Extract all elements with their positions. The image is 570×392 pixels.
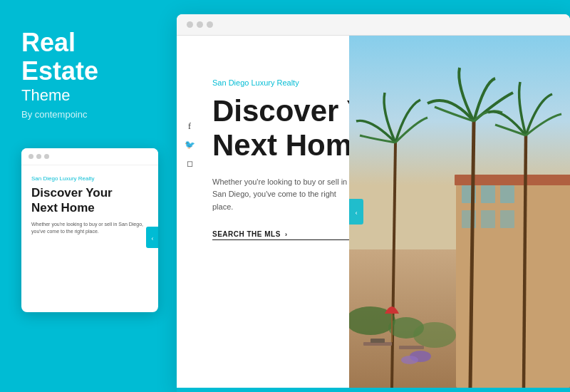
brand-by: By contempoinc bbox=[21, 109, 155, 120]
mobile-site-name: San Diego Luxury Realty bbox=[31, 175, 148, 182]
svg-rect-18 bbox=[399, 346, 424, 349]
browser-dot-1 bbox=[187, 21, 193, 28]
scene-svg bbox=[349, 36, 570, 388]
website-main-content: San Diego Luxury Realty Discover Your Ne… bbox=[202, 36, 570, 388]
svg-rect-5 bbox=[500, 185, 514, 203]
browser-dot-3 bbox=[207, 21, 213, 28]
property-image-bg bbox=[349, 36, 570, 388]
svg-rect-8 bbox=[500, 210, 514, 228]
browser-titlebar bbox=[177, 14, 570, 36]
brand-block: Real Estate Theme By contempoinc bbox=[21, 29, 155, 120]
dot-3 bbox=[44, 154, 49, 159]
mobile-description: Whether you're looking to buy or sell in… bbox=[31, 221, 148, 235]
mobile-titlebar bbox=[21, 148, 158, 165]
facebook-icon[interactable]: f bbox=[185, 121, 195, 131]
mobile-content: San Diego Luxury Realty Discover Your Ne… bbox=[21, 165, 158, 309]
mobile-mockup: San Diego Luxury Realty Discover Your Ne… bbox=[21, 148, 158, 312]
svg-point-21 bbox=[401, 356, 418, 364]
svg-rect-17 bbox=[370, 339, 385, 343]
dot-1 bbox=[28, 154, 33, 159]
svg-point-15 bbox=[413, 322, 456, 348]
mobile-heading: Discover Your Next Home bbox=[31, 186, 148, 215]
browser-panel: f 🐦 ◻ San Diego Luxury Realty Discover Y… bbox=[177, 14, 570, 392]
svg-line-12 bbox=[524, 135, 526, 388]
instagram-icon[interactable]: ◻ bbox=[185, 158, 195, 168]
left-panel: Real Estate Theme By contempoinc San Die… bbox=[0, 0, 177, 392]
cta-arrow-icon: › bbox=[285, 231, 288, 238]
svg-rect-7 bbox=[481, 210, 495, 228]
twitter-icon[interactable]: 🐦 bbox=[185, 140, 195, 150]
svg-rect-4 bbox=[481, 185, 495, 203]
property-image: ‹ bbox=[349, 36, 570, 388]
social-sidebar: f 🐦 ◻ bbox=[177, 36, 202, 388]
browser-dot-2 bbox=[197, 21, 203, 28]
property-chevron-button[interactable]: ‹ bbox=[349, 199, 363, 225]
mobile-arrow-button[interactable]: ‹ bbox=[146, 227, 158, 248]
brand-subtitle: Theme bbox=[21, 86, 155, 105]
dot-2 bbox=[36, 154, 41, 159]
brand-title: Real Estate bbox=[21, 29, 155, 85]
main-description: Whether you're looking to buy or sell in… bbox=[212, 176, 355, 214]
teal-bottom-bar bbox=[177, 388, 570, 392]
browser-content: f 🐦 ◻ San Diego Luxury Realty Discover Y… bbox=[177, 36, 570, 388]
